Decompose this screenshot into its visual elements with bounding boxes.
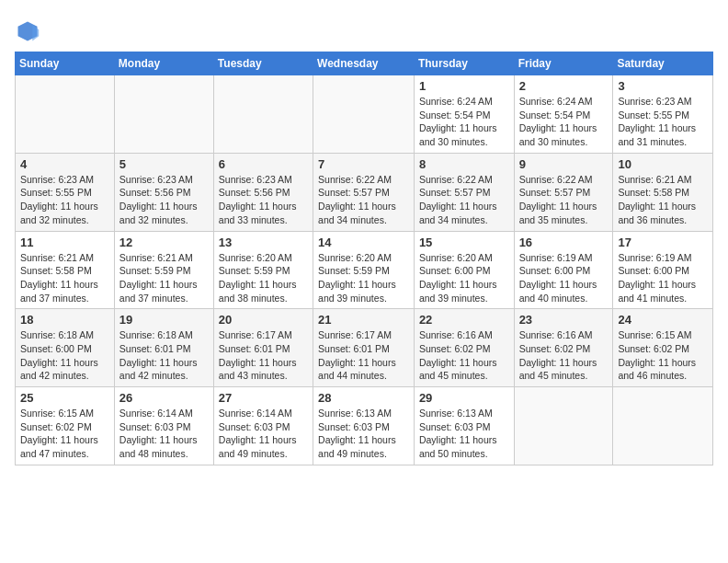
day-info: Sunrise: 6:23 AM Sunset: 5:56 PM Dayligh… [119,173,209,227]
day-number: 13 [219,236,308,249]
day-number: 2 [519,79,609,93]
day-info: Sunrise: 6:19 AM Sunset: 6:00 PM Dayligh… [519,251,609,305]
calendar-cell: 27Sunrise: 6:14 AM Sunset: 6:03 PM Dayli… [213,387,313,465]
header-friday: Friday [514,52,613,75]
day-info: Sunrise: 6:17 AM Sunset: 6:01 PM Dayligh… [318,328,409,383]
day-info: Sunrise: 6:18 AM Sunset: 6:00 PM Dayligh… [20,328,109,383]
day-number: 12 [119,236,209,249]
day-info: Sunrise: 6:22 AM Sunset: 5:57 PM Dayligh… [419,173,509,227]
day-info: Sunrise: 6:23 AM Sunset: 5:55 PM Dayligh… [618,95,708,149]
day-number: 18 [20,313,109,327]
day-info: Sunrise: 6:15 AM Sunset: 6:02 PM Dayligh… [618,328,708,383]
calendar-cell: 28Sunrise: 6:13 AM Sunset: 6:03 PM Dayli… [313,387,415,465]
day-number: 23 [519,313,609,327]
header-wednesday: Wednesday [313,52,415,75]
day-info: Sunrise: 6:22 AM Sunset: 5:57 PM Dayligh… [318,173,409,227]
day-number: 1 [419,79,509,93]
day-number: 4 [20,157,109,171]
calendar-week-row: 11Sunrise: 6:21 AM Sunset: 5:58 PM Dayli… [16,231,713,309]
day-info: Sunrise: 6:17 AM Sunset: 6:01 PM Dayligh… [219,328,308,383]
day-info: Sunrise: 6:20 AM Sunset: 6:00 PM Dayligh… [419,251,509,305]
day-info: Sunrise: 6:24 AM Sunset: 5:54 PM Dayligh… [519,95,609,149]
day-info: Sunrise: 6:23 AM Sunset: 5:56 PM Dayligh… [219,173,308,227]
calendar-cell [313,75,415,154]
calendar-cell [514,387,613,465]
day-number: 14 [318,236,409,249]
day-info: Sunrise: 6:22 AM Sunset: 5:57 PM Dayligh… [519,173,609,227]
header-thursday: Thursday [414,52,514,75]
day-info: Sunrise: 6:21 AM Sunset: 5:59 PM Dayligh… [119,251,209,305]
day-number: 6 [219,157,308,171]
day-number: 9 [519,157,609,171]
day-number: 8 [419,157,509,171]
calendar-cell: 12Sunrise: 6:21 AM Sunset: 5:59 PM Dayli… [114,231,213,309]
day-number: 16 [519,236,609,249]
calendar-cell: 5Sunrise: 6:23 AM Sunset: 5:56 PM Daylig… [114,153,213,231]
day-number: 3 [618,79,708,93]
calendar-cell: 22Sunrise: 6:16 AM Sunset: 6:02 PM Dayli… [414,309,514,387]
day-number: 20 [219,313,308,327]
day-number: 17 [618,236,708,249]
day-info: Sunrise: 6:16 AM Sunset: 6:02 PM Dayligh… [419,328,509,383]
calendar-week-row: 4Sunrise: 6:23 AM Sunset: 5:55 PM Daylig… [16,153,713,231]
calendar-week-row: 25Sunrise: 6:15 AM Sunset: 6:02 PM Dayli… [16,387,713,465]
header-monday: Monday [114,52,213,75]
header-sunday: Sunday [16,52,115,75]
calendar-cell: 2Sunrise: 6:24 AM Sunset: 5:54 PM Daylig… [514,75,613,154]
svg-marker-1 [32,25,39,41]
day-number: 29 [419,391,509,405]
day-info: Sunrise: 6:24 AM Sunset: 5:54 PM Dayligh… [419,95,509,149]
calendar-cell: 18Sunrise: 6:18 AM Sunset: 6:00 PM Dayli… [16,309,115,387]
calendar-cell: 20Sunrise: 6:17 AM Sunset: 6:01 PM Dayli… [213,309,313,387]
calendar-cell [613,387,713,465]
day-number: 24 [618,313,708,327]
day-info: Sunrise: 6:21 AM Sunset: 5:58 PM Dayligh… [20,251,109,305]
calendar-cell [213,75,313,154]
day-info: Sunrise: 6:21 AM Sunset: 5:58 PM Dayligh… [618,173,708,227]
day-info: Sunrise: 6:16 AM Sunset: 6:02 PM Dayligh… [519,328,609,383]
calendar-cell: 4Sunrise: 6:23 AM Sunset: 5:55 PM Daylig… [16,153,115,231]
day-number: 21 [318,313,409,327]
day-info: Sunrise: 6:14 AM Sunset: 6:03 PM Dayligh… [219,407,308,461]
day-info: Sunrise: 6:20 AM Sunset: 5:59 PM Dayligh… [219,251,308,305]
logo [15,18,44,44]
day-number: 22 [419,313,509,327]
day-number: 25 [20,391,109,405]
calendar-cell: 10Sunrise: 6:21 AM Sunset: 5:58 PM Dayli… [613,153,713,231]
calendar-header-row: SundayMondayTuesdayWednesdayThursdayFrid… [16,52,713,75]
calendar-cell: 1Sunrise: 6:24 AM Sunset: 5:54 PM Daylig… [414,75,514,154]
calendar-cell: 15Sunrise: 6:20 AM Sunset: 6:00 PM Dayli… [414,231,514,309]
calendar-cell: 17Sunrise: 6:19 AM Sunset: 6:00 PM Dayli… [613,231,713,309]
calendar-cell [16,75,115,154]
calendar-cell: 7Sunrise: 6:22 AM Sunset: 5:57 PM Daylig… [313,153,415,231]
day-info: Sunrise: 6:13 AM Sunset: 6:03 PM Dayligh… [318,407,409,461]
calendar-week-row: 18Sunrise: 6:18 AM Sunset: 6:00 PM Dayli… [16,309,713,387]
day-info: Sunrise: 6:15 AM Sunset: 6:02 PM Dayligh… [20,407,109,461]
day-number: 28 [318,391,409,405]
calendar-cell [114,75,213,154]
calendar-cell: 25Sunrise: 6:15 AM Sunset: 6:02 PM Dayli… [16,387,115,465]
day-number: 15 [419,236,509,249]
calendar-cell: 26Sunrise: 6:14 AM Sunset: 6:03 PM Dayli… [114,387,213,465]
header-tuesday: Tuesday [213,52,313,75]
calendar-cell: 11Sunrise: 6:21 AM Sunset: 5:58 PM Dayli… [16,231,115,309]
day-number: 26 [119,391,209,405]
calendar-cell: 13Sunrise: 6:20 AM Sunset: 5:59 PM Dayli… [213,231,313,309]
calendar-cell: 24Sunrise: 6:15 AM Sunset: 6:02 PM Dayli… [613,309,713,387]
calendar-cell: 14Sunrise: 6:20 AM Sunset: 5:59 PM Dayli… [313,231,415,309]
day-info: Sunrise: 6:18 AM Sunset: 6:01 PM Dayligh… [119,328,209,383]
calendar-cell: 21Sunrise: 6:17 AM Sunset: 6:01 PM Dayli… [313,309,415,387]
day-info: Sunrise: 6:14 AM Sunset: 6:03 PM Dayligh… [119,407,209,461]
day-info: Sunrise: 6:23 AM Sunset: 5:55 PM Dayligh… [20,173,109,227]
calendar-cell: 9Sunrise: 6:22 AM Sunset: 5:57 PM Daylig… [514,153,613,231]
day-info: Sunrise: 6:13 AM Sunset: 6:03 PM Dayligh… [419,407,509,461]
calendar-cell: 23Sunrise: 6:16 AM Sunset: 6:02 PM Dayli… [514,309,613,387]
logo-icon [15,18,40,44]
calendar-cell: 19Sunrise: 6:18 AM Sunset: 6:01 PM Dayli… [114,309,213,387]
calendar-cell: 29Sunrise: 6:13 AM Sunset: 6:03 PM Dayli… [414,387,514,465]
calendar-cell: 3Sunrise: 6:23 AM Sunset: 5:55 PM Daylig… [613,75,713,154]
day-info: Sunrise: 6:20 AM Sunset: 5:59 PM Dayligh… [318,251,409,305]
calendar-cell: 8Sunrise: 6:22 AM Sunset: 5:57 PM Daylig… [414,153,514,231]
calendar-cell: 16Sunrise: 6:19 AM Sunset: 6:00 PM Dayli… [514,231,613,309]
header-saturday: Saturday [613,52,713,75]
